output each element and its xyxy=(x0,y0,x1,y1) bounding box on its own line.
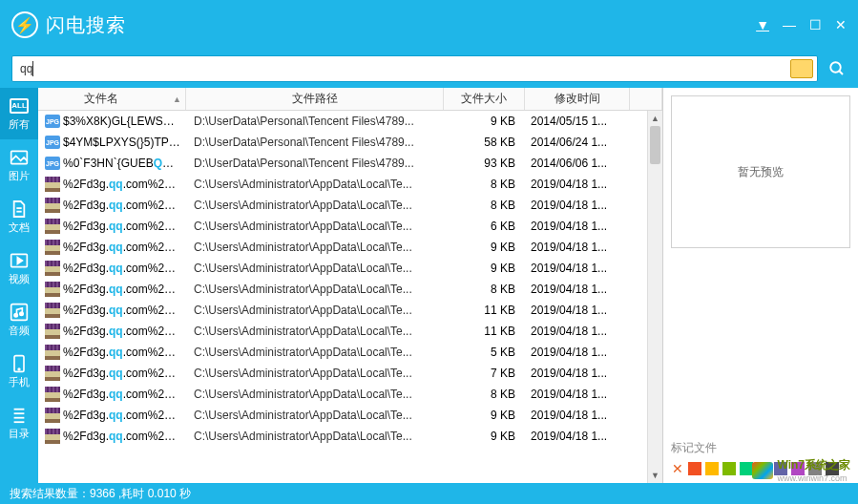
search-icon[interactable] xyxy=(826,57,848,80)
maximize-button[interactable]: ☐ xyxy=(809,17,822,32)
archive-file-icon xyxy=(45,261,60,276)
result-filename: %2Fd3g.qq.com%2Fclu... xyxy=(63,241,186,254)
archive-file-icon xyxy=(45,429,60,444)
result-filename: %2Fd3g.qq.com%2Fclu... xyxy=(63,367,186,380)
search-box[interactable]: qq xyxy=(11,55,818,82)
scroll-down-icon[interactable]: ▼ xyxy=(648,468,662,483)
sidebar-item-label: 文档 xyxy=(9,220,30,235)
sidebar-item-image[interactable]: 图片 xyxy=(0,139,38,191)
results-list: JPG$3%X8K)GL{LEWSA`BQQ\D:\UserData\Perso… xyxy=(38,111,647,483)
result-row[interactable]: JPG%0`F3HN`{GUEBQQAX...D:\UserData\Perso… xyxy=(38,153,647,174)
result-path: C:\Users\Administrator\AppData\Local\Te.… xyxy=(186,199,444,212)
result-path: C:\Users\Administrator\AppData\Local\Te.… xyxy=(186,283,444,296)
result-row[interactable]: %2Fd3g.qq.com%2Fclu...C:\Users\Administr… xyxy=(38,300,647,321)
document-icon xyxy=(9,200,30,219)
search-bar: qq xyxy=(0,50,858,88)
svg-point-0 xyxy=(830,62,841,73)
result-size: 6 KB xyxy=(444,220,525,233)
result-size: 8 KB xyxy=(444,283,525,296)
svg-marker-6 xyxy=(17,257,22,263)
audio-icon xyxy=(9,303,30,322)
result-row[interactable]: %2Fd3g.qq.com%2Fclu...C:\Users\Administr… xyxy=(38,342,647,363)
result-size: 9 KB xyxy=(444,241,525,254)
sidebar-item-folder[interactable]: 目录 xyxy=(0,397,38,449)
video-icon xyxy=(9,251,30,270)
result-filename: %0`F3HN`{GUEBQQAX... xyxy=(63,157,186,170)
result-path: D:\UserData\Personal\Tencent Files\4789.… xyxy=(186,157,444,170)
result-path: C:\Users\Administrator\AppData\Local\Te.… xyxy=(186,367,444,380)
result-size: 11 KB xyxy=(444,304,525,317)
column-size[interactable]: 文件大小 xyxy=(444,88,525,110)
color-tag-swatch[interactable] xyxy=(722,462,736,475)
sidebar-item-audio[interactable]: 音频 xyxy=(0,294,38,346)
column-date[interactable]: 修改时间 xyxy=(525,88,630,110)
sidebar-item-document[interactable]: 文档 xyxy=(0,191,38,242)
column-path[interactable]: 文件路径 xyxy=(186,88,444,110)
menu-dropdown-icon[interactable]: ▼ xyxy=(756,17,769,32)
result-row[interactable]: %2Fd3g.qq.com%2Fclu...C:\Users\Administr… xyxy=(38,258,647,279)
sidebar-item-all[interactable]: ALL所有 xyxy=(0,88,38,139)
column-spacer xyxy=(630,88,662,110)
color-tag-swatch[interactable] xyxy=(688,462,701,475)
result-row[interactable]: %2Fd3g.qq.com%2Fclu...C:\Users\Administr… xyxy=(38,426,647,447)
result-row[interactable]: %2Fd3g.qq.com%2Fclu...C:\Users\Administr… xyxy=(38,405,647,426)
archive-file-icon xyxy=(45,198,60,213)
archive-file-icon xyxy=(45,408,60,423)
result-size: 8 KB xyxy=(444,388,525,401)
app-title: 闪电搜索 xyxy=(46,12,126,38)
result-path: C:\Users\Administrator\AppData\Local\Te.… xyxy=(186,388,444,401)
result-filename: %2Fd3g.qq.com%2Fclu... xyxy=(63,304,186,317)
scroll-thumb[interactable] xyxy=(650,126,660,164)
search-input[interactable]: qq xyxy=(20,62,32,75)
result-date: 2014/06/06 1... xyxy=(525,157,630,170)
preview-panel: 暂无预览 标记文件 ✕ Win7系统之家 www.winwin7.com xyxy=(663,88,858,483)
result-path: D:\UserData\Personal\Tencent Files\4789.… xyxy=(186,136,444,149)
result-row[interactable]: %2Fd3g.qq.com%2Fclu...C:\Users\Administr… xyxy=(38,237,647,258)
result-row[interactable]: %2Fd3g.qq.com%2Fclu...C:\Users\Administr… xyxy=(38,279,647,300)
sort-arrow-icon: ▲ xyxy=(173,94,181,104)
color-tag-swatch[interactable] xyxy=(705,462,719,475)
result-size: 9 KB xyxy=(444,115,525,128)
archive-file-icon xyxy=(45,345,60,360)
result-row[interactable]: %2Fd3g.qq.com%2Fclu...C:\Users\Administr… xyxy=(38,195,647,216)
result-path: C:\Users\Administrator\AppData\Local\Te.… xyxy=(186,178,444,191)
result-row[interactable]: JPG$4YM$LPXYS(}5)TP]XQW(D:\UserData\Pers… xyxy=(38,132,647,153)
result-size: 58 KB xyxy=(444,136,525,149)
sidebar-item-label: 音频 xyxy=(9,324,30,338)
result-row[interactable]: %2Fd3g.qq.com%2Fclu...C:\Users\Administr… xyxy=(38,174,647,195)
result-filename: $4YM$LPXYS(}5)TP]XQW( xyxy=(63,136,186,149)
column-name[interactable]: 文件名▲ xyxy=(38,88,186,110)
result-date: 2019/04/18 1... xyxy=(525,199,630,212)
close-button[interactable]: ✕ xyxy=(835,17,847,32)
jpg-file-icon: JPG xyxy=(45,136,60,149)
result-path: C:\Users\Administrator\AppData\Local\Te.… xyxy=(186,220,444,233)
result-size: 9 KB xyxy=(444,430,525,443)
sidebar-item-label: 手机 xyxy=(9,375,30,389)
result-row[interactable]: %2Fd3g.qq.com%2Fclu...C:\Users\Administr… xyxy=(38,384,647,405)
result-row[interactable]: JPG$3%X8K)GL{LEWSA`BQQ\D:\UserData\Perso… xyxy=(38,111,647,132)
scroll-up-icon[interactable]: ▲ xyxy=(648,111,662,126)
app-logo-icon: ⚡ xyxy=(11,11,38,38)
watermark: Win7系统之家 www.winwin7.com xyxy=(752,457,850,483)
result-row[interactable]: %2Fd3g.qq.com%2Fclu...C:\Users\Administr… xyxy=(38,363,647,384)
clear-tag-button[interactable]: ✕ xyxy=(671,462,684,475)
preview-empty: 暂无预览 xyxy=(671,95,850,248)
archive-file-icon xyxy=(45,282,60,297)
result-row[interactable]: %2Fd3g.qq.com%2Fclu...C:\Users\Administr… xyxy=(38,321,647,342)
result-size: 7 KB xyxy=(444,367,525,380)
result-filename: %2Fd3g.qq.com%2Fclu... xyxy=(63,220,186,233)
sidebar-item-video[interactable]: 视频 xyxy=(0,242,38,294)
color-tag-swatch[interactable] xyxy=(740,462,753,475)
sidebar-item-phone[interactable]: 手机 xyxy=(0,346,38,397)
status-bar: 搜索结果数量：9366 ,耗时 0.010 秒 xyxy=(0,483,858,504)
result-path: C:\Users\Administrator\AppData\Local\Te.… xyxy=(186,430,444,443)
svg-point-9 xyxy=(20,312,23,315)
svg-point-8 xyxy=(14,313,17,316)
svg-line-1 xyxy=(839,71,843,74)
result-filename: %2Fd3g.qq.com%2Fclu... xyxy=(63,346,186,359)
result-row[interactable]: %2Fd3g.qq.com%2Fclu...C:\Users\Administr… xyxy=(38,216,647,237)
result-size: 5 KB xyxy=(444,346,525,359)
folder-scope-button[interactable] xyxy=(790,59,813,78)
vertical-scrollbar[interactable]: ▲ ▼ xyxy=(647,111,662,483)
minimize-button[interactable]: — xyxy=(783,17,796,32)
